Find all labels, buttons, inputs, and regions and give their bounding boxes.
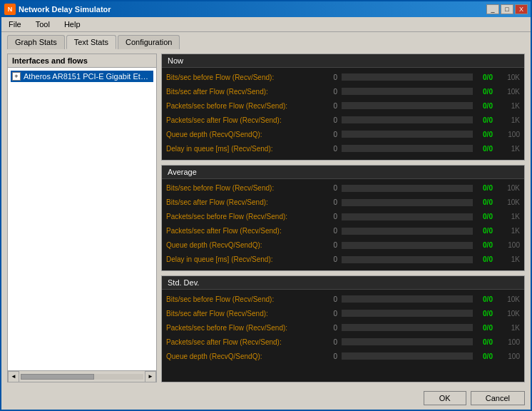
stat-green-value: 0/0 bbox=[477, 295, 498, 303]
table-row: Bits/sec before Flow (Recv/Send): 0 0/0 … bbox=[166, 293, 520, 305]
stat-green-value: 0/0 bbox=[477, 241, 498, 249]
stat-green-value: 0/0 bbox=[477, 352, 498, 360]
now-rows: Bits/sec before Flow (Recv/Send): 0 0/0 … bbox=[162, 68, 524, 160]
table-row: Bits/sec after Flow (Recv/Send): 0 0/0 1… bbox=[166, 196, 520, 209]
stat-green-value: 0/0 bbox=[477, 88, 498, 96]
stat-value: 0 bbox=[323, 295, 337, 303]
maximize-button[interactable]: □ bbox=[501, 4, 513, 14]
stat-max-value: 1K bbox=[498, 102, 520, 110]
stat-bar bbox=[342, 145, 473, 152]
stat-bar bbox=[342, 73, 473, 81]
stat-label: Packets/sec after Flow (Recv/Send): bbox=[166, 338, 323, 346]
stat-max-value: 10K bbox=[498, 88, 520, 96]
stat-bar bbox=[342, 131, 473, 138]
stat-value: 0 bbox=[323, 145, 337, 153]
table-row: Queue depth (RecvQ/SendQ): 0 0/0 100 bbox=[166, 239, 520, 252]
stat-bar bbox=[342, 352, 473, 360]
stat-label: Bits/sec before Flow (Recv/Send): bbox=[166, 184, 323, 192]
tree-item-adapter[interactable]: + Atheros AR8151 PCI-E Gigabit Ethernet … bbox=[11, 71, 153, 82]
stat-value: 0 bbox=[323, 88, 337, 96]
tab-text-stats[interactable]: Text Stats bbox=[66, 35, 116, 49]
stat-max-value: 1K bbox=[498, 145, 520, 153]
scrollbar-thumb[interactable] bbox=[21, 374, 94, 380]
stat-label: Delay in queue [ms] (Recv/Send): bbox=[166, 255, 323, 263]
stat-max-value: 10K bbox=[498, 310, 520, 318]
stat-bar bbox=[342, 185, 473, 192]
left-panel: Interfaces and flows + Atheros AR8151 PC… bbox=[7, 54, 157, 382]
table-row: Packets/sec before Flow (Recv/Send): 0 0… bbox=[166, 321, 520, 334]
stat-bar bbox=[342, 256, 473, 263]
stat-label: Bits/sec after Flow (Recv/Send): bbox=[166, 88, 323, 96]
table-row: Queue depth (RecvQ/SendQ): 0 0/0 100 bbox=[166, 128, 520, 141]
stat-bar bbox=[342, 338, 473, 345]
stat-max-value: 1K bbox=[498, 116, 520, 124]
stat-bar bbox=[342, 88, 473, 95]
stat-max-value: 100 bbox=[498, 131, 520, 138]
stat-value: 0 bbox=[323, 352, 337, 360]
tab-graph-stats[interactable]: Graph Stats bbox=[7, 35, 65, 49]
cancel-button[interactable]: Cancel bbox=[471, 391, 525, 405]
stat-green-value: 0/0 bbox=[477, 198, 498, 206]
stat-value: 0 bbox=[323, 213, 337, 220]
scrollbar-track[interactable] bbox=[21, 374, 143, 380]
app-icon: N bbox=[4, 4, 16, 15]
tab-configuration[interactable]: Configuration bbox=[118, 35, 180, 49]
stat-value: 0 bbox=[323, 184, 337, 192]
stat-max-value: 1K bbox=[498, 255, 520, 263]
stat-green-value: 0/0 bbox=[477, 227, 498, 235]
stat-value: 0 bbox=[323, 255, 337, 263]
average-section-title: Average bbox=[162, 166, 524, 179]
table-row: Packets/sec before Flow (Recv/Send): 0 0… bbox=[166, 210, 520, 223]
stat-value: 0 bbox=[323, 102, 337, 110]
left-panel-title: Interfaces and flows bbox=[8, 54, 156, 68]
stat-bar bbox=[342, 310, 473, 317]
stat-label: Queue depth (RecvQ/SendQ): bbox=[166, 241, 323, 249]
table-row: Packets/sec after Flow (Recv/Send): 0 0/… bbox=[166, 225, 520, 238]
stat-max-value: 10K bbox=[498, 73, 520, 81]
table-row: Delay in queue [ms] (Recv/Send): 0 0/0 1… bbox=[166, 142, 520, 155]
horizontal-scrollbar[interactable]: ◄ ► bbox=[8, 370, 156, 382]
minimize-button[interactable]: _ bbox=[486, 4, 499, 14]
tabs-bar: Graph Stats Text Stats Configuration bbox=[1, 32, 531, 49]
stat-value: 0 bbox=[323, 227, 337, 235]
stat-label: Bits/sec before Flow (Recv/Send): bbox=[166, 73, 323, 81]
title-bar: N Network Delay Simulator _ □ X bbox=[1, 1, 531, 17]
stat-green-value: 0/0 bbox=[477, 184, 498, 192]
stat-label: Queue depth (RecvQ/SendQ): bbox=[166, 352, 323, 360]
ok-button[interactable]: OK bbox=[424, 391, 466, 405]
table-row: Delay in queue [ms] (Recv/Send): 0 0/0 1… bbox=[166, 253, 520, 266]
menu-help[interactable]: Help bbox=[60, 19, 85, 30]
stat-value: 0 bbox=[323, 116, 337, 124]
stat-green-value: 0/0 bbox=[477, 102, 498, 110]
menu-tool[interactable]: Tool bbox=[31, 19, 54, 30]
stat-value: 0 bbox=[323, 324, 337, 332]
stat-bar bbox=[342, 116, 473, 123]
window-title: Network Delay Simulator bbox=[19, 5, 486, 14]
window-controls: _ □ X bbox=[486, 4, 528, 14]
stat-label: Packets/sec after Flow (Recv/Send): bbox=[166, 116, 323, 124]
table-row: Packets/sec before Flow (Recv/Send): 0 0… bbox=[166, 99, 520, 112]
stat-green-value: 0/0 bbox=[477, 338, 498, 346]
stat-value: 0 bbox=[323, 131, 337, 138]
scroll-right-button[interactable]: ► bbox=[145, 371, 156, 382]
stat-bar bbox=[342, 199, 473, 206]
stat-label: Packets/sec after Flow (Recv/Send): bbox=[166, 227, 323, 235]
stat-green-value: 0/0 bbox=[477, 310, 498, 318]
table-row: Packets/sec after Flow (Recv/Send): 0 0/… bbox=[166, 113, 520, 126]
table-row: Bits/sec after Flow (Recv/Send): 0 0/0 1… bbox=[166, 85, 520, 98]
menu-file[interactable]: File bbox=[4, 19, 26, 30]
stat-max-value: 100 bbox=[498, 241, 520, 249]
table-row: Bits/sec before Flow (Recv/Send): 0 0/0 … bbox=[166, 182, 520, 195]
stat-bar bbox=[342, 213, 473, 220]
scroll-left-button[interactable]: ◄ bbox=[8, 371, 19, 382]
stat-label: Packets/sec before Flow (Recv/Send): bbox=[166, 324, 323, 332]
tree-expand-icon[interactable]: + bbox=[12, 72, 21, 81]
tree-area[interactable]: + Atheros AR8151 PCI-E Gigabit Ethernet … bbox=[8, 68, 156, 370]
content-area: Interfaces and flows + Atheros AR8151 PC… bbox=[1, 49, 531, 387]
stat-max-value: 10K bbox=[498, 295, 520, 303]
stat-label: Bits/sec before Flow (Recv/Send): bbox=[166, 295, 323, 303]
close-button[interactable]: X bbox=[515, 4, 528, 14]
stat-bar bbox=[342, 242, 473, 249]
now-section: Now Bits/sec before Flow (Recv/Send): 0 … bbox=[161, 54, 525, 161]
stat-max-value: 1K bbox=[498, 213, 520, 220]
